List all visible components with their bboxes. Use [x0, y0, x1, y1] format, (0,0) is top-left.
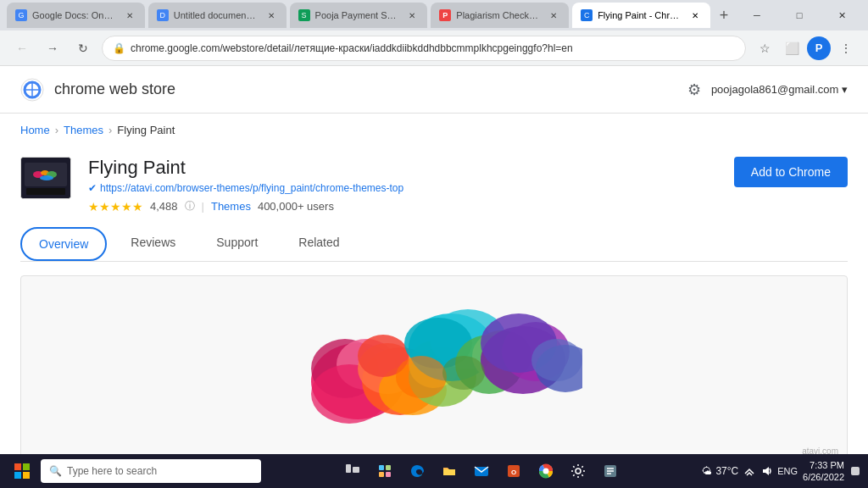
tab-close[interactable]: ✕ [264, 8, 278, 22]
language-indicator: ENG [777, 466, 798, 476]
widgets-button[interactable] [370, 456, 400, 486]
svg-point-46 [543, 469, 549, 474]
svg-rect-40 [386, 472, 391, 477]
maximize-button[interactable]: □ [780, 3, 819, 28]
ext-meta: ★★★★★ 4,488 ⓘ | Themes 400,000+ users [88, 199, 717, 214]
breadcrumb-themes[interactable]: Themes [64, 124, 103, 136]
files-icon[interactable] [595, 456, 626, 486]
notification-icon [849, 465, 861, 477]
rating-count: 4,488 [150, 200, 178, 213]
window-controls: ─ □ ✕ [737, 3, 861, 28]
preview-image [286, 301, 582, 436]
ext-link[interactable]: ✔ https://atavi.com/browser-themes/p/fly… [88, 182, 717, 194]
url-text: chrome.google.com/webstore/detail/летящи… [131, 42, 735, 54]
tab-close[interactable]: ✕ [405, 8, 419, 22]
new-tab-button[interactable]: + [714, 3, 734, 27]
address-bar: ← → ↻ 🔒 chrome.google.com/webstore/detai… [0, 30, 868, 66]
tab-favicon: D [157, 9, 169, 21]
temperature: 37°C [715, 465, 738, 477]
svg-rect-32 [23, 463, 30, 470]
forward-button[interactable]: → [41, 36, 64, 60]
category-link[interactable]: Themes [211, 200, 251, 213]
svg-rect-8 [26, 188, 65, 195]
ext-info: Flying Paint ✔ https://atavi.com/browser… [88, 157, 717, 214]
ext-thumbnail [20, 157, 71, 199]
extensions-icon[interactable]: ⬜ [780, 36, 804, 60]
tab-close[interactable]: ✕ [547, 8, 560, 22]
start-button[interactable] [7, 456, 37, 486]
users-text: 400,000+ users [258, 200, 334, 213]
stars: ★★★★★ [88, 200, 143, 214]
tab-close[interactable]: ✕ [688, 8, 702, 22]
edge-icon[interactable] [402, 456, 432, 486]
tab-flyingpaint[interactable]: C Flying Paint - Chrome Web S... ✕ [572, 3, 710, 28]
weather-widget: 🌤 37°C [702, 465, 738, 477]
cws-logo [20, 78, 44, 102]
svg-rect-31 [14, 463, 21, 470]
breadcrumb: Home › Themes › Flying Paint [20, 114, 848, 147]
taskbar-right: 🌤 37°C ENG 7:33 PM 6/26/2022 [702, 459, 861, 484]
svg-rect-52 [851, 467, 860, 475]
preview-watermark: atavi.com [802, 446, 838, 454]
user-email[interactable]: poojagola861@gmail.com ▾ [711, 83, 848, 96]
svg-rect-39 [379, 472, 384, 477]
verified-icon: ✔ [88, 182, 97, 194]
svg-point-47 [576, 469, 581, 474]
svg-rect-35 [346, 464, 351, 473]
svg-rect-36 [353, 467, 359, 473]
close-button[interactable]: ✕ [822, 3, 861, 28]
tab-label: Google Docs: Online Docum... [32, 10, 114, 20]
tab-support[interactable]: Support [199, 227, 275, 261]
svg-rect-34 [23, 472, 30, 479]
tab-payment[interactable]: S Pooja Payment Sheet - Goo... ✕ [290, 3, 428, 28]
content-area: Home › Themes › Flying Paint [0, 114, 868, 454]
breadcrumb-home[interactable]: Home [20, 124, 50, 136]
tab-close[interactable]: ✕ [123, 8, 136, 22]
tab-reviews[interactable]: Reviews [114, 227, 192, 261]
breadcrumb-sep2: › [108, 124, 112, 136]
minimize-button[interactable]: ─ [737, 3, 776, 28]
file-explorer-icon[interactable] [434, 456, 465, 486]
date: 6/26/2022 [803, 471, 844, 483]
svg-rect-38 [386, 465, 391, 470]
tab-favicon: G [15, 9, 27, 21]
lock-icon: 🔒 [113, 42, 125, 54]
taskbar-search[interactable]: 🔍 Type here to search [41, 459, 261, 483]
profile-button[interactable]: P [807, 36, 831, 60]
url-bar[interactable]: 🔒 chrome.google.com/webstore/detail/летя… [102, 36, 746, 61]
sound-icon [760, 465, 772, 477]
settings-icon[interactable]: ⚙ [687, 80, 701, 99]
tab-googledocs[interactable]: G Google Docs: Online Docum... ✕ [7, 3, 145, 28]
svg-point-30 [442, 356, 485, 390]
cws-header-right: ⚙ poojagola861@gmail.com ▾ [687, 80, 848, 99]
svg-rect-37 [379, 465, 384, 470]
refresh-button[interactable]: ↻ [71, 36, 95, 60]
tab-untitled[interactable]: D Untitled document - Google... ✕ [148, 3, 287, 28]
tab-label: Pooja Payment Sheet - Goo... [315, 10, 398, 20]
chrome-icon[interactable] [531, 456, 561, 486]
taskview-button[interactable] [337, 456, 368, 486]
network-icon [743, 465, 755, 477]
taskbar: 🔍 Type here to search O [0, 454, 868, 488]
settings-icon[interactable] [563, 456, 593, 486]
svg-rect-41 [443, 469, 455, 475]
tab-label: Untitled document - Google... [174, 10, 256, 20]
svg-point-7 [40, 175, 53, 180]
tab-plagiarism[interactable]: P Plagiarism Checker - Free &... ✕ [431, 3, 569, 28]
ext-link-text: https://atavi.com/browser-themes/p/flyin… [100, 182, 403, 194]
taskbar-app-icons: O [264, 456, 698, 486]
back-button[interactable]: ← [10, 36, 34, 60]
tab-label: Flying Paint - Chrome Web S... [598, 10, 680, 20]
browser-frame: G Google Docs: Online Docum... ✕ D Untit… [0, 0, 868, 488]
tab-favicon: P [439, 9, 451, 21]
toolbar-icons: ☆ ⬜ P ⋮ [753, 36, 858, 60]
tab-related[interactable]: Related [281, 227, 356, 261]
weather-icon: 🌤 [702, 465, 712, 477]
clock: 7:33 PM 6/26/2022 [803, 459, 844, 484]
mail-icon[interactable] [466, 456, 497, 486]
add-to-chrome-button[interactable]: Add to Chrome [734, 157, 848, 187]
office-icon[interactable]: O [498, 456, 529, 486]
bookmark-icon[interactable]: ☆ [753, 36, 776, 60]
menu-icon[interactable]: ⋮ [834, 36, 858, 60]
tab-overview[interactable]: Overview [20, 227, 107, 261]
